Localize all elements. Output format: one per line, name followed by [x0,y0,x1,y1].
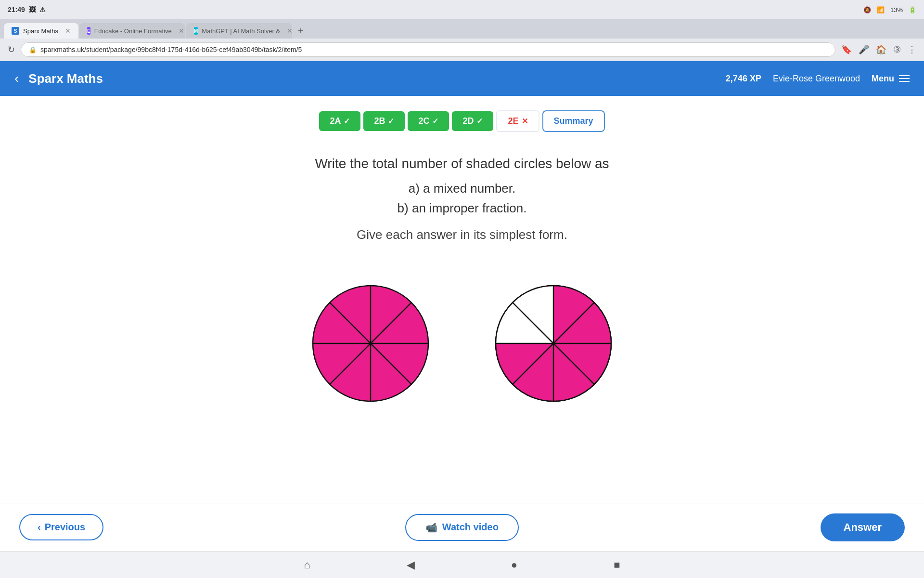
question-line1: Write the total number of shaded circles… [231,156,693,171]
alert-icon: ⚠ [39,6,46,13]
task-tab-2b[interactable]: 2B ✓ [363,111,405,131]
back-button[interactable]: ‹ [14,71,19,86]
address-bar-row: ↻ 🔒 sparxmaths.uk/student/package/99bc8f… [0,39,924,61]
question-line2a: a) a mixed number. [231,181,693,196]
question-line2b: b) an improper fraction. [231,201,693,216]
x-icon-2e: ✕ [522,117,528,126]
wifi-icon: 📶 [877,6,885,13]
task-tab-2c[interactable]: 2C ✓ [408,111,449,131]
header-right: 2,746 XP Evie-Rose Greenwood Menu [726,74,910,84]
question-area: Write the total number of shaded circles… [221,142,703,257]
device-home-button[interactable]: ⌂ [304,559,310,571]
browser-actions: 🔖 🎤 🏠 ③ ⋮ [841,44,916,55]
extension-icon[interactable]: ③ [893,44,901,55]
task-tab-summary[interactable]: Summary [542,110,605,132]
status-icons: 🔕 📶 13% 🔋 [863,6,916,13]
more-icon[interactable]: ⋮ [908,44,916,55]
task-tab-2c-label: 2C [418,116,429,126]
previous-label: Previous [45,522,85,533]
device-bottom-nav: ⌂ ◀ ● ■ [0,551,924,578]
main-content: 2A ✓ 2B ✓ 2C ✓ 2D ✓ 2E ✕ Summary Write t… [0,96,924,529]
task-tab-summary-label: Summary [554,116,593,126]
address-bar[interactable]: 🔒 sparxmaths.uk/student/package/99bc8f4d… [21,42,835,57]
watch-video-button[interactable]: 📹 Watch video [405,514,519,541]
task-tab-2e[interactable]: 2E ✕ [496,110,539,132]
tab-label-mathgpt: MathGPT | AI Math Solver & [202,27,280,35]
bottom-bar: ‹ Previous 📹 Watch video Answer [0,503,924,551]
previous-button[interactable]: ‹ Previous [19,514,103,540]
circle-2 [491,281,616,406]
circles-container [308,281,616,406]
task-tabs: 2A ✓ 2B ✓ 2C ✓ 2D ✓ 2E ✕ Summary [319,96,604,142]
microphone-icon[interactable]: 🎤 [859,44,869,55]
task-tab-2b-label: 2B [374,116,385,126]
tab-label-educake: Educake - Online Formative [94,27,172,35]
answer-button[interactable]: Answer [821,513,905,541]
tab-close-sparx[interactable]: ✕ [65,27,71,35]
tab-sparx[interactable]: S Sparx Maths ✕ [4,23,78,39]
tab-bar: S Sparx Maths ✕ E Educake - Online Forma… [0,19,924,39]
status-time: 21:49 🖼 ⚠ [8,6,46,13]
answer-label: Answer [844,521,882,533]
photo-icon: 🖼 [29,6,36,13]
tab-close-educake[interactable]: ✕ [179,27,184,35]
tab-close-mathgpt[interactable]: ✕ [287,27,292,35]
task-tab-2e-label: 2E [508,116,518,126]
mute-icon: 🔕 [863,6,871,13]
battery-display: 13% [890,6,903,13]
hamburger-icon [899,75,910,82]
video-icon: 📹 [425,522,437,533]
xp-badge: 2,746 XP [726,74,761,84]
task-tab-2a[interactable]: 2A ✓ [319,111,360,131]
app-logo: Sparx Maths [28,71,726,86]
tab-favicon-mathgpt: M [194,27,198,35]
refresh-button[interactable]: ↻ [8,44,15,55]
address-text: sparxmaths.uk/student/package/99bc8f4d-1… [40,46,827,53]
check-icon-2c: ✓ [432,117,438,126]
check-icon-2d: ✓ [476,117,483,126]
user-name: Evie-Rose Greenwood [773,74,860,84]
menu-button[interactable]: Menu [872,74,910,84]
tab-favicon-sparx: S [12,27,19,35]
check-icon-2b: ✓ [388,117,394,126]
tab-label-sparx: Sparx Maths [23,27,58,35]
menu-label: Menu [872,74,894,84]
home-icon[interactable]: 🏠 [876,44,886,55]
tab-educake[interactable]: E Educake - Online Formative ✕ [79,23,185,39]
task-tab-2a-label: 2A [330,116,341,126]
check-icon-2a: ✓ [344,117,350,126]
device-back-button[interactable]: ◀ [407,559,415,571]
question-line3: Give each answer in its simplest form. [231,227,693,242]
time-display: 21:49 [8,6,25,13]
tab-favicon-educake: E [87,27,90,35]
tab-mathgpt[interactable]: M MathGPT | AI Math Solver & ✕ [186,23,292,39]
battery-icon: 🔋 [909,6,916,13]
app-header: ‹ Sparx Maths 2,746 XP Evie-Rose Greenwo… [0,61,924,96]
watch-video-label: Watch video [442,522,499,533]
browser-chrome: S Sparx Maths ✕ E Educake - Online Forma… [0,19,924,61]
circle-1 [308,281,433,406]
device-recents-button[interactable]: ● [511,559,517,571]
task-tab-2d[interactable]: 2D ✓ [452,111,493,131]
lock-icon: 🔒 [29,46,37,53]
new-tab-button[interactable]: + [293,24,308,39]
status-bar: 21:49 🖼 ⚠ 🔕 📶 13% 🔋 [0,0,924,19]
bookmark-icon[interactable]: 🔖 [841,44,852,55]
device-square-button[interactable]: ■ [614,559,620,571]
task-tab-2d-label: 2D [462,116,474,126]
chevron-left-icon: ‹ [38,522,41,533]
